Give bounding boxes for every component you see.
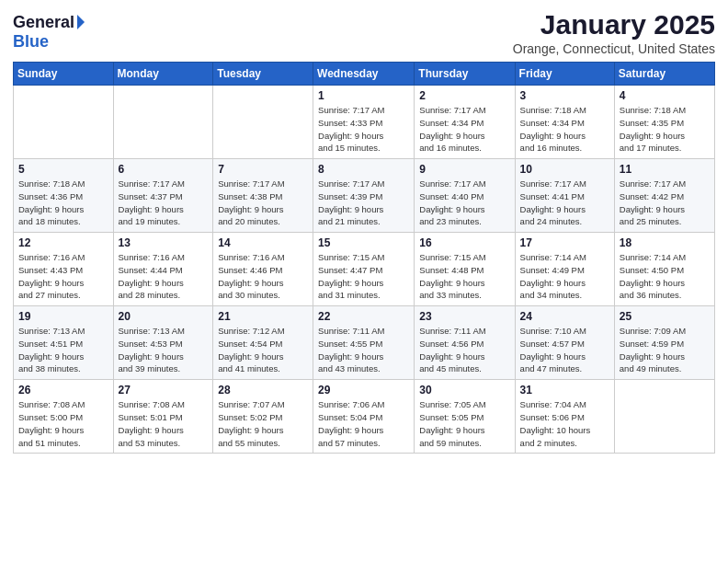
table-row: 25Sunrise: 7:09 AM Sunset: 4:59 PM Dayli… — [614, 306, 714, 380]
header-tuesday: Tuesday — [213, 63, 313, 86]
day-number: 20 — [119, 310, 209, 323]
day-number: 25 — [620, 310, 710, 323]
day-number: 31 — [520, 384, 609, 396]
day-info: Sunrise: 7:17 AM Sunset: 4:37 PM Dayligh… — [119, 178, 209, 228]
table-row: 2Sunrise: 7:17 AM Sunset: 4:34 PM Daylig… — [415, 86, 515, 159]
header: General Blue January 2025 Orange, Connec… — [13, 9, 715, 56]
table-row: 7Sunrise: 7:17 AM Sunset: 4:38 PM Daylig… — [213, 159, 313, 233]
day-info: Sunrise: 7:12 AM Sunset: 4:54 PM Dayligh… — [218, 325, 308, 375]
day-info: Sunrise: 7:17 AM Sunset: 4:33 PM Dayligh… — [318, 104, 409, 155]
page: General Blue January 2025 Orange, Connec… — [0, 0, 728, 563]
day-info: Sunrise: 7:17 AM Sunset: 4:40 PM Dayligh… — [419, 178, 509, 228]
day-number: 17 — [520, 236, 609, 249]
day-number: 30 — [419, 384, 509, 396]
day-info: Sunrise: 7:18 AM Sunset: 4:35 PM Dayligh… — [620, 104, 710, 155]
day-info: Sunrise: 7:17 AM Sunset: 4:41 PM Dayligh… — [520, 178, 609, 228]
day-number: 2 — [419, 89, 509, 102]
day-info: Sunrise: 7:16 AM Sunset: 4:46 PM Dayligh… — [218, 251, 308, 302]
day-info: Sunrise: 7:17 AM Sunset: 4:42 PM Dayligh… — [620, 178, 710, 228]
header-monday: Monday — [113, 63, 213, 86]
day-number: 19 — [18, 310, 108, 323]
day-number: 8 — [318, 163, 409, 176]
day-number: 14 — [218, 236, 308, 249]
table-row: 29Sunrise: 7:06 AM Sunset: 5:04 PM Dayli… — [313, 380, 415, 454]
title-section: January 2025 Orange, Connecticut, United… — [513, 9, 715, 56]
header-friday: Friday — [515, 63, 614, 86]
table-row: 14Sunrise: 7:16 AM Sunset: 4:46 PM Dayli… — [213, 233, 313, 306]
calendar-week-row: 19Sunrise: 7:13 AM Sunset: 4:51 PM Dayli… — [14, 306, 715, 380]
day-number: 22 — [318, 310, 409, 323]
table-row: 26Sunrise: 7:08 AM Sunset: 5:00 PM Dayli… — [14, 380, 114, 454]
day-number: 4 — [620, 89, 710, 102]
day-number: 13 — [119, 236, 209, 249]
day-info: Sunrise: 7:14 AM Sunset: 4:49 PM Dayligh… — [520, 251, 609, 302]
table-row: 17Sunrise: 7:14 AM Sunset: 4:49 PM Dayli… — [515, 233, 614, 306]
table-row: 12Sunrise: 7:16 AM Sunset: 4:43 PM Dayli… — [14, 233, 114, 306]
day-info: Sunrise: 7:09 AM Sunset: 4:59 PM Dayligh… — [620, 325, 710, 375]
day-number: 18 — [620, 236, 710, 249]
header-thursday: Thursday — [415, 63, 515, 86]
table-row: 24Sunrise: 7:10 AM Sunset: 4:57 PM Dayli… — [515, 306, 614, 380]
day-number: 6 — [119, 163, 209, 176]
day-number: 24 — [520, 310, 609, 323]
month-title: January 2025 — [513, 9, 715, 40]
day-info: Sunrise: 7:16 AM Sunset: 4:44 PM Dayligh… — [119, 251, 209, 302]
day-info: Sunrise: 7:18 AM Sunset: 4:36 PM Dayligh… — [18, 178, 108, 228]
day-info: Sunrise: 7:11 AM Sunset: 4:56 PM Dayligh… — [419, 325, 509, 375]
logo-triangle-icon — [77, 15, 85, 29]
day-number: 9 — [419, 163, 509, 176]
table-row: 20Sunrise: 7:13 AM Sunset: 4:53 PM Dayli… — [113, 306, 213, 380]
table-row: 4Sunrise: 7:18 AM Sunset: 4:35 PM Daylig… — [614, 86, 714, 159]
logo: General Blue — [13, 9, 85, 52]
day-info: Sunrise: 7:14 AM Sunset: 4:50 PM Dayligh… — [620, 251, 710, 302]
day-info: Sunrise: 7:05 AM Sunset: 5:05 PM Dayligh… — [419, 398, 509, 449]
day-number: 10 — [520, 163, 609, 176]
day-info: Sunrise: 7:04 AM Sunset: 5:06 PM Dayligh… — [520, 398, 609, 449]
header-saturday: Saturday — [614, 63, 714, 86]
table-row: 8Sunrise: 7:17 AM Sunset: 4:39 PM Daylig… — [313, 159, 415, 233]
logo-blue-text: Blue — [13, 32, 49, 52]
calendar-week-row: 12Sunrise: 7:16 AM Sunset: 4:43 PM Dayli… — [14, 233, 715, 306]
day-number: 21 — [218, 310, 308, 323]
table-row: 6Sunrise: 7:17 AM Sunset: 4:37 PM Daylig… — [113, 159, 213, 233]
day-info: Sunrise: 7:15 AM Sunset: 4:48 PM Dayligh… — [419, 251, 509, 302]
day-number: 3 — [520, 89, 609, 102]
table-row: 10Sunrise: 7:17 AM Sunset: 4:41 PM Dayli… — [515, 159, 614, 233]
table-row: 13Sunrise: 7:16 AM Sunset: 4:44 PM Dayli… — [113, 233, 213, 306]
header-sunday: Sunday — [14, 63, 114, 86]
day-number: 26 — [18, 384, 108, 396]
table-row: 31Sunrise: 7:04 AM Sunset: 5:06 PM Dayli… — [515, 380, 614, 454]
day-number: 5 — [18, 163, 108, 176]
table-row — [614, 380, 714, 454]
table-row: 21Sunrise: 7:12 AM Sunset: 4:54 PM Dayli… — [213, 306, 313, 380]
day-number: 15 — [318, 236, 409, 249]
table-row — [213, 86, 313, 159]
day-number: 27 — [119, 384, 209, 396]
table-row: 1Sunrise: 7:17 AM Sunset: 4:33 PM Daylig… — [313, 86, 415, 159]
day-info: Sunrise: 7:07 AM Sunset: 5:02 PM Dayligh… — [218, 398, 308, 449]
day-number: 29 — [318, 384, 409, 396]
table-row: 30Sunrise: 7:05 AM Sunset: 5:05 PM Dayli… — [415, 380, 515, 454]
day-info: Sunrise: 7:10 AM Sunset: 4:57 PM Dayligh… — [520, 325, 609, 375]
day-number: 11 — [620, 163, 710, 176]
table-row: 18Sunrise: 7:14 AM Sunset: 4:50 PM Dayli… — [614, 233, 714, 306]
day-info: Sunrise: 7:13 AM Sunset: 4:51 PM Dayligh… — [18, 325, 108, 375]
calendar-week-row: 5Sunrise: 7:18 AM Sunset: 4:36 PM Daylig… — [14, 159, 715, 233]
table-row: 22Sunrise: 7:11 AM Sunset: 4:55 PM Dayli… — [313, 306, 415, 380]
day-number: 12 — [18, 236, 108, 249]
day-info: Sunrise: 7:13 AM Sunset: 4:53 PM Dayligh… — [119, 325, 209, 375]
weekday-header-row: Sunday Monday Tuesday Wednesday Thursday… — [14, 63, 715, 86]
day-info: Sunrise: 7:17 AM Sunset: 4:39 PM Dayligh… — [318, 178, 409, 228]
day-info: Sunrise: 7:08 AM Sunset: 5:01 PM Dayligh… — [119, 398, 209, 449]
logo-general-text: General — [13, 13, 74, 32]
day-info: Sunrise: 7:15 AM Sunset: 4:47 PM Dayligh… — [318, 251, 409, 302]
day-number: 7 — [218, 163, 308, 176]
calendar-week-row: 26Sunrise: 7:08 AM Sunset: 5:00 PM Dayli… — [14, 380, 715, 454]
day-info: Sunrise: 7:08 AM Sunset: 5:00 PM Dayligh… — [18, 398, 108, 449]
table-row: 23Sunrise: 7:11 AM Sunset: 4:56 PM Dayli… — [415, 306, 515, 380]
day-number: 28 — [218, 384, 308, 396]
day-info: Sunrise: 7:06 AM Sunset: 5:04 PM Dayligh… — [318, 398, 409, 449]
header-wednesday: Wednesday — [313, 63, 415, 86]
table-row: 19Sunrise: 7:13 AM Sunset: 4:51 PM Dayli… — [14, 306, 114, 380]
table-row — [113, 86, 213, 159]
